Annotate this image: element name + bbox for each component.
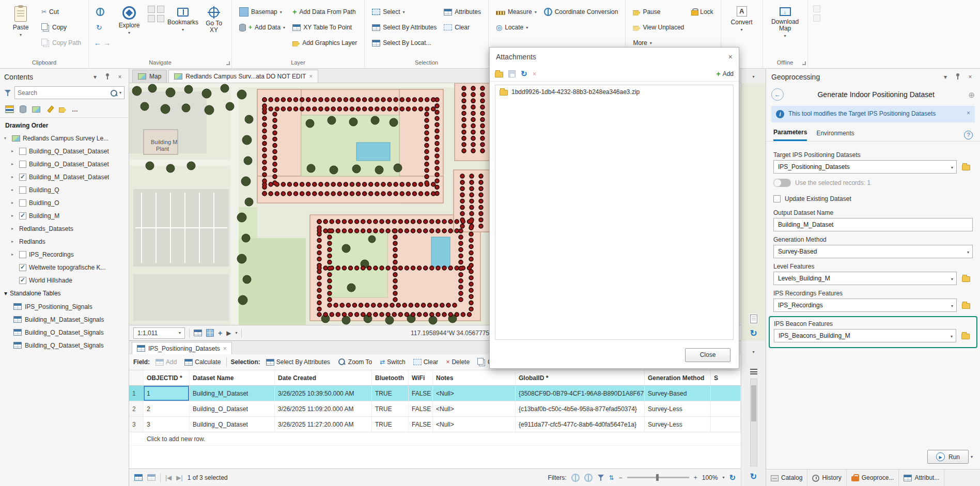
attachment-item[interactable]: 1bdd9926-1db4-4232-88b3-b248ea346ae3.zip [495,85,733,98]
expand-arrow-icon[interactable]: ▸ [11,162,17,166]
generation-method-select[interactable]: Survey-Based▾ [773,245,973,258]
layer-item[interactable]: ▸Redlands_Datasets [0,222,129,235]
table-menu-icon[interactable] [750,367,757,376]
standalone-table-item[interactable]: Building_M_Dataset_Signals [0,313,129,326]
sort-icon[interactable]: ⇅ [609,475,614,481]
clear-selection-button[interactable]: Clear [442,20,483,35]
pointer-dropdown-icon[interactable]: ▶ [226,330,231,336]
table-row[interactable]: 33Building_Q_Dataset3/26/2025 11:27:20.0… [129,417,741,432]
update-existing-checkbox[interactable] [773,195,781,202]
switch-selection-button[interactable]: ⇄Switch [378,357,407,367]
table-cell[interactable]: 1 [144,386,190,401]
convert-button[interactable]: Convert▾ [726,4,757,52]
attachments-dialog-titlebar[interactable]: Attachments × [490,48,739,66]
download-map-button[interactable]: Download Map▾ [768,4,802,52]
table-row[interactable]: 22Building_O_Dataset3/26/2025 11:09:20.0… [129,401,741,417]
standalone-table-item[interactable]: Building_O_Dataset_Signals [0,326,129,339]
previous-extent-button[interactable]: ↻ [94,20,111,35]
fixed-zoom-in-icon[interactable] [148,6,155,13]
collapse-chevron-icon[interactable]: ▾ [752,72,754,80]
list-by-drawing-order-icon[interactable] [5,105,14,113]
table-cell[interactable]: {e911da77-cfc5-477c-8ab6-4d0fa5647e1a} [516,417,645,432]
table-cell[interactable]: 2 [144,401,190,416]
selection-grid-icon[interactable] [194,330,202,336]
level-features-combo[interactable]: Levels_Building_M▾ [773,272,957,285]
expand-arrow-icon[interactable]: ▾ [4,290,7,297]
paste-button[interactable]: Paste▾ [5,4,36,52]
filter-settings-icon[interactable] [597,474,604,481]
contents-search[interactable]: ▾ [14,86,125,99]
close-dialog-icon[interactable]: × [728,53,733,61]
update-existing-checkbox-row[interactable]: Update Existing Dataset [773,195,973,202]
browse-beacons-button[interactable] [959,329,972,342]
layer-item[interactable]: ▾Redlands Campus Survey Le... [0,132,129,145]
open-folder-icon[interactable] [495,72,503,77]
open-new-icon[interactable]: ⊕ [968,91,975,99]
layer-visibility-checkbox[interactable] [19,264,26,271]
add-data-from-path-button[interactable]: +Add Data From Path [290,4,359,20]
table-cell[interactable]: Survey-Less [645,417,711,432]
explore-button[interactable]: Explore▾ [114,4,145,52]
pin-icon[interactable] [953,73,962,82]
filter-time-icon[interactable] [584,474,593,482]
list-by-editing-icon[interactable] [46,106,53,113]
tab-history[interactable]: History [807,469,846,486]
pause-labeling-button[interactable]: Pause [631,4,686,20]
layer-item[interactable]: ▸Building_O_Dataset_Dataset [0,158,129,170]
filter-funnel-icon[interactable] [4,89,11,97]
tab-geoprocessing[interactable]: Geoproce... [847,469,899,486]
tab-redlands-campus-survey[interactable]: Redlands Campus Surv...ata DO NOT EDIT × [168,70,318,83]
table-cell[interactable]: <Null> [433,386,516,401]
lock-labels-button[interactable]: Lock [689,4,715,20]
output-dataset-name-input[interactable]: Building_M_Dataset [773,218,973,231]
measure-button[interactable]: Measure▾ [494,4,539,20]
list-by-data-source-icon[interactable] [20,105,26,113]
expand-arrow-icon[interactable]: ▸ [11,252,17,257]
add-field-button[interactable]: Add [153,357,179,367]
table-cell[interactable]: {3508CF9D-0B79-4CF1-96A8-B890D1A8F67F} [516,386,645,401]
run-options-chevron-icon[interactable]: ▾ [971,454,973,459]
add-attachment-button[interactable]: + Add [716,70,734,77]
zoom-out-minus-icon[interactable]: − [619,475,623,481]
view-unplaced-button[interactable]: View Unplaced [631,20,686,35]
browse-recordings-button[interactable] [959,299,973,312]
delete-selected-button[interactable]: ×Delete [444,357,472,367]
panel-menu-chevron-icon[interactable]: ▾ [90,73,100,81]
layer-item[interactable]: ▸Building_M [0,209,129,222]
refresh-map-icon[interactable]: ↻ [750,329,757,338]
pan-crosshair-icon[interactable]: + [218,330,222,337]
layer-visibility-checkbox[interactable] [19,199,26,207]
add-graphics-layer-button[interactable]: Add Graphics Layer [290,35,359,51]
clear-selection-button[interactable]: Clear [411,357,441,367]
layer-visibility-checkbox[interactable] [19,186,26,194]
close-tab-icon[interactable]: × [309,73,313,80]
column-header[interactable]: OBJECTID * [144,370,190,385]
attributes-button[interactable]: Attributes [442,4,483,20]
panel-menu-chevron-icon[interactable]: ▾ [941,73,950,81]
column-header[interactable]: Notes [433,370,516,385]
table-cell[interactable]: TRUE [372,401,409,416]
table-cell[interactable]: FALSE [409,386,433,401]
sync-icon[interactable] [813,5,820,12]
close-panel-icon[interactable]: × [966,73,975,81]
more-options-icon[interactable]: … [72,106,79,113]
zoom-selection-icon[interactable] [157,15,164,22]
add-new-row[interactable]: Click to add new row. [129,432,741,446]
offline-dialog-launcher-icon[interactable] [802,61,806,65]
table-cell[interactable]: Building_O_Dataset [190,401,275,416]
zoom-to-button[interactable]: Zoom To [336,357,374,367]
layer-visibility-checkbox[interactable] [19,251,26,258]
row-header-cell[interactable]: 2 [129,401,144,416]
refresh-icon[interactable]: ↻ [729,474,736,481]
table-cell[interactable]: 3/26/2025 10:39:50.000 AM [275,386,372,401]
expand-arrow-icon[interactable]: ▸ [11,200,17,205]
help-icon[interactable]: ? [964,131,973,139]
expand-arrow-icon[interactable]: ▸ [11,175,17,179]
delete-attachment-icon[interactable]: × [533,70,537,77]
standalone-tables-header[interactable]: ▾Standalone Tables [0,287,129,300]
list-by-selection-icon[interactable] [32,106,40,113]
table-cell[interactable]: Survey-Based [645,386,711,401]
zoom-extent-icon[interactable] [148,15,155,22]
layer-visibility-checkbox[interactable] [19,161,26,168]
filter-extent-icon[interactable] [571,474,580,482]
